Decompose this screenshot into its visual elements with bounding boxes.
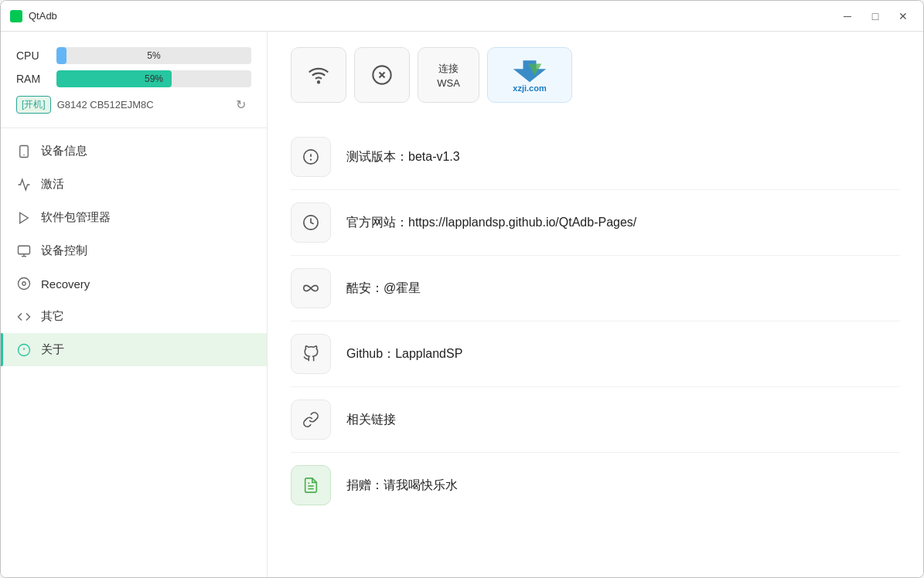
logo-text: xzji.com	[513, 83, 546, 93]
about-icon	[16, 343, 32, 357]
info-list: 测试版本：beta-v1.3 官方网站：https://lapplandsp.g…	[291, 124, 900, 518]
activate-icon	[16, 178, 32, 192]
cpu-row: CPU 5%	[16, 47, 251, 64]
sidebar-label-activate: 激活	[41, 177, 64, 192]
sidebar: CPU 5% RAM 59% [开机] G8142 CB512EJM8C	[1, 32, 268, 577]
other-icon	[16, 310, 32, 324]
sidebar-item-other[interactable]: 其它	[1, 300, 267, 333]
donate-text: 捐赠：请我喝快乐水	[346, 478, 458, 494]
package-manager-icon	[16, 211, 32, 225]
sidebar-item-recovery[interactable]: Recovery	[1, 267, 267, 300]
device-name: G8142 CB512EJM8C	[57, 99, 223, 110]
donate-icon-box	[291, 465, 331, 505]
device-info-icon	[16, 144, 32, 158]
sidebar-label-other: 其它	[41, 309, 64, 324]
maximize-button[interactable]: □	[864, 5, 886, 27]
svg-point-6	[19, 278, 30, 290]
logo-content: xzji.com	[510, 57, 550, 93]
sidebar-label-device-control: 设备控制	[41, 243, 87, 258]
sidebar-item-device-control[interactable]: 设备控制	[1, 234, 267, 267]
svg-rect-3	[19, 246, 30, 254]
ram-row: RAM 59%	[16, 70, 251, 87]
info-row-github: Github：LapplandSP	[291, 321, 900, 387]
ram-bar-container: 59%	[56, 70, 251, 87]
cpu-bar-container: 5%	[56, 47, 251, 64]
close-button[interactable]: ✕	[892, 5, 914, 27]
device-row: [开机] G8142 CB512EJM8C ↻	[16, 94, 251, 115]
links-icon-box	[291, 400, 331, 440]
app-title: QtAdb	[29, 10, 837, 22]
connect-label-line1: 连接	[438, 62, 459, 76]
device-status-badge: [开机]	[16, 96, 51, 114]
svg-point-11	[318, 81, 319, 83]
refresh-button[interactable]: ↻	[230, 94, 251, 115]
cpu-label: CPU	[16, 49, 49, 62]
connect-wsa-button[interactable]: 连接 WSA	[418, 47, 479, 103]
sidebar-label-recovery: Recovery	[41, 277, 90, 291]
circle-x-button[interactable]	[354, 47, 410, 103]
connect-label-line2: WSA	[437, 77, 460, 89]
main-content: CPU 5% RAM 59% [开机] G8142 CB512EJM8C	[1, 32, 923, 577]
right-panel: 连接 WSA xzji.com	[268, 32, 923, 577]
stats-panel: CPU 5% RAM 59% [开机] G8142 CB512EJM8C	[1, 32, 267, 128]
svg-marker-15	[513, 60, 547, 82]
sidebar-item-activate[interactable]: 激活	[1, 168, 267, 201]
nav-items: 设备信息 激活 软件包管理器	[1, 128, 267, 577]
links-text: 相关链接	[346, 412, 396, 428]
sidebar-item-device-info[interactable]: 设备信息	[1, 134, 267, 168]
version-icon-box	[291, 137, 331, 177]
github-icon-box	[291, 334, 331, 374]
wifi-button[interactable]	[291, 47, 346, 103]
coolapk-text: 酷安：@霍星	[346, 280, 421, 297]
window-controls: ─ □ ✕	[837, 5, 914, 27]
sidebar-label-package-manager: 软件包管理器	[41, 210, 111, 225]
info-row-version: 测试版本：beta-v1.3	[291, 124, 900, 190]
info-row-website: 官方网站：https://lapplandsp.github.io/QtAdb-…	[291, 190, 900, 256]
cpu-bar	[56, 47, 66, 64]
toolbar: 连接 WSA xzji.com	[291, 47, 900, 103]
ram-value: 59%	[145, 73, 163, 84]
sidebar-item-package-manager[interactable]: 软件包管理器	[1, 201, 267, 234]
version-text: 测试版本：beta-v1.3	[346, 149, 460, 165]
website-icon-box	[291, 202, 331, 243]
recovery-icon	[16, 277, 32, 291]
main-window: QtAdb ─ □ ✕ CPU 5% RAM	[0, 0, 924, 578]
coolapk-icon-box	[291, 268, 331, 308]
cpu-value: 5%	[147, 50, 160, 61]
sidebar-label-device-info: 设备信息	[41, 144, 87, 158]
device-control-icon	[16, 244, 32, 258]
info-row-donate[interactable]: 捐赠：请我喝快乐水	[291, 453, 900, 518]
logo-button[interactable]: xzji.com	[487, 47, 572, 103]
info-row-coolapk: 酷安：@霍星	[291, 256, 900, 321]
website-text: 官方网站：https://lapplandsp.github.io/QtAdb-…	[346, 215, 636, 231]
info-row-links[interactable]: 相关链接	[291, 387, 900, 453]
sidebar-item-about[interactable]: 关于	[1, 333, 267, 366]
minimize-button[interactable]: ─	[837, 5, 858, 27]
github-text: Github：LapplandSP	[346, 346, 462, 362]
ram-label: RAM	[16, 73, 49, 85]
svg-point-7	[22, 282, 26, 286]
sidebar-label-about: 关于	[41, 342, 64, 357]
svg-marker-2	[20, 212, 29, 223]
titlebar: QtAdb ─ □ ✕	[1, 1, 923, 32]
app-icon	[10, 10, 22, 22]
